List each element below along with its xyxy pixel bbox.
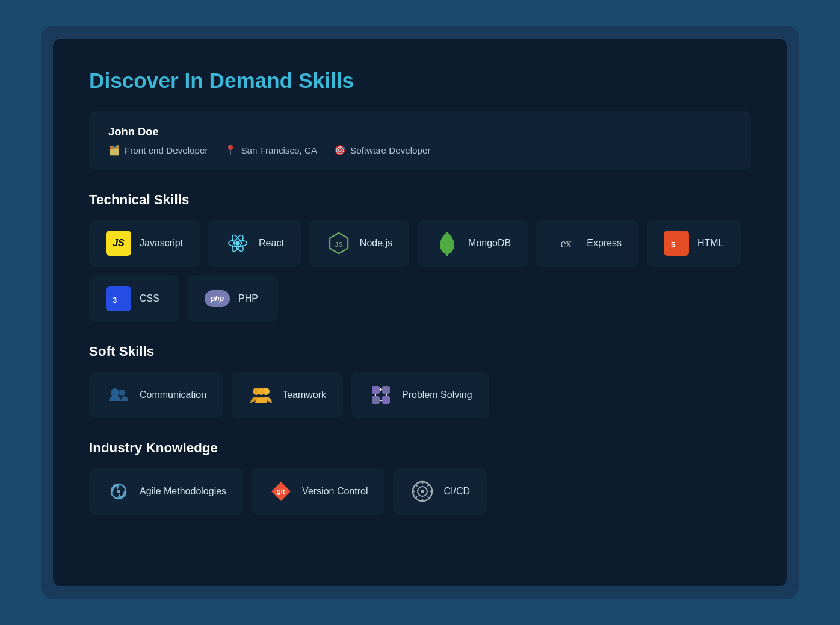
php-icon: php [205, 286, 230, 311]
industry-skills-grid: Agile Methodologies git Version Control [89, 468, 751, 515]
problem-solving-label: Problem Solving [402, 390, 472, 400]
inner-container: Discover In Demand Skills John Doe 🗂️ Fr… [53, 39, 787, 586]
svg-point-13 [258, 388, 265, 395]
profile-location: San Francisco, CA [241, 145, 317, 155]
skill-problem-solving[interactable]: Problem Solving [351, 372, 489, 418]
skill-teamwork[interactable]: Teamwork [232, 372, 343, 418]
svg-point-24 [421, 490, 424, 493]
mongodb-icon [434, 231, 460, 256]
css-icon: 3 [106, 286, 131, 311]
cicd-icon [410, 479, 435, 504]
mongodb-label: MongoDB [468, 238, 511, 249]
skill-css[interactable]: 3 CSS [89, 275, 179, 322]
technical-skills-section: Technical Skills JS Javascript [89, 192, 751, 322]
version-control-icon: git [268, 479, 294, 504]
svg-rect-17 [382, 396, 390, 404]
target-icon: 🎯 [334, 145, 346, 156]
profile-target-item: 🎯 Software Developer [334, 145, 430, 156]
svg-text:git: git [277, 488, 285, 495]
teamwork-label: Teamwork [282, 390, 326, 400]
php-label: PHP [238, 293, 258, 304]
profile-location-item: 📍 San Francisco, CA [224, 145, 317, 156]
svg-text:5: 5 [671, 240, 675, 249]
agile-label: Agile Methodologies [140, 486, 226, 497]
svg-point-0 [235, 241, 240, 246]
soft-skills-section: Soft Skills Communication [89, 344, 751, 418]
react-label: React [259, 238, 284, 249]
nodejs-icon: JS [326, 231, 351, 256]
industry-knowledge-title: Industry Knowledge [89, 440, 751, 456]
svg-text:JS: JS [335, 241, 342, 248]
profile-card: John Doe 🗂️ Front end Developer 📍 San Fr… [89, 111, 751, 170]
skill-mongodb[interactable]: MongoDB [418, 220, 528, 267]
profile-target: Software Developer [350, 145, 430, 155]
svg-line-30 [428, 497, 430, 499]
soft-skills-title: Soft Skills [89, 344, 751, 359]
skill-cicd[interactable]: CI/CD [393, 468, 487, 515]
page-title: Discover In Demand Skills [89, 69, 751, 93]
cicd-label: CI/CD [443, 486, 470, 497]
svg-point-10 [119, 390, 125, 396]
express-icon: ex [553, 231, 578, 256]
problem-solving-icon [368, 382, 394, 408]
svg-rect-15 [382, 386, 390, 394]
skill-agile[interactable]: Agile Methodologies [89, 468, 243, 515]
skill-version-control[interactable]: git Version Control [252, 468, 384, 515]
skill-communication[interactable]: Communication [89, 372, 223, 418]
svg-text:3: 3 [113, 296, 117, 305]
skill-react[interactable]: React [208, 220, 301, 267]
industry-knowledge-section: Industry Knowledge Agile M [89, 440, 751, 515]
skill-nodejs[interactable]: JS Node.js [309, 220, 409, 267]
technical-skills-title: Technical Skills [89, 192, 751, 208]
javascript-icon: JS [106, 231, 131, 256]
svg-point-19 [117, 490, 120, 493]
skill-php[interactable]: php PHP [188, 275, 278, 322]
svg-line-31 [428, 485, 430, 487]
svg-line-32 [416, 497, 418, 499]
communication-label: Communication [140, 390, 206, 400]
location-icon: 📍 [224, 145, 236, 156]
nodejs-label: Node.js [360, 238, 392, 249]
svg-line-29 [416, 485, 418, 487]
skill-html[interactable]: 5 HTML [647, 220, 741, 267]
outer-container: Discover In Demand Skills John Doe 🗂️ Fr… [41, 26, 799, 599]
profile-role-item: 🗂️ Front end Developer [108, 145, 208, 156]
communication-icon [106, 382, 131, 408]
express-label: Express [587, 238, 622, 249]
version-control-label: Version Control [302, 486, 368, 497]
agile-icon [106, 479, 131, 504]
profile-meta: 🗂️ Front end Developer 📍 San Francisco, … [108, 145, 732, 156]
react-icon [225, 231, 250, 256]
html-label: HTML [697, 238, 724, 249]
svg-point-9 [111, 388, 119, 397]
briefcase-icon: 🗂️ [108, 145, 120, 156]
profile-role: Front end Developer [125, 145, 208, 155]
svg-rect-14 [372, 386, 380, 394]
skill-express[interactable]: ex Express [536, 220, 638, 267]
html-icon: 5 [664, 231, 689, 256]
technical-skills-grid: JS Javascript React [89, 220, 751, 322]
soft-skills-grid: Communication Teamwork [89, 372, 751, 418]
skill-javascript[interactable]: JS Javascript [89, 220, 200, 267]
javascript-label: Javascript [140, 238, 183, 249]
profile-name: John Doe [108, 125, 732, 138]
css-label: CSS [140, 293, 159, 304]
teamwork-icon [249, 382, 274, 408]
svg-rect-16 [372, 396, 380, 404]
